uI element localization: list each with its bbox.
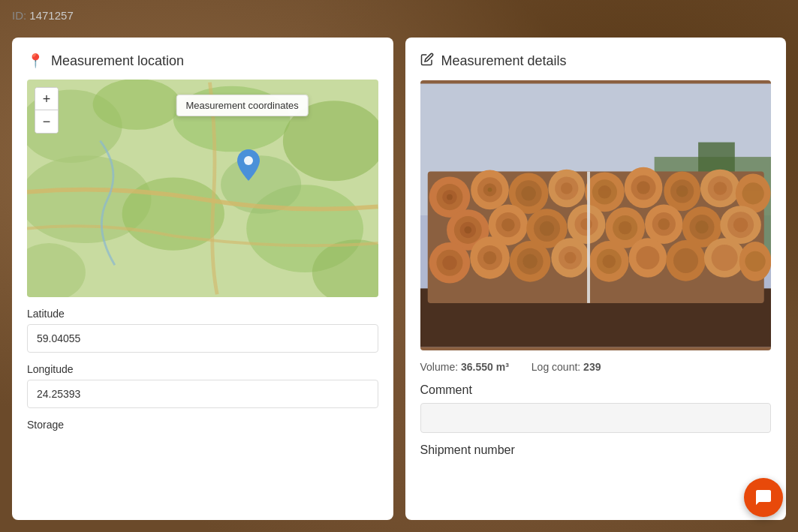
right-panel: Measurement details: [405, 38, 787, 520]
page-id: ID: 1471257: [12, 9, 74, 22]
svg-point-91: [711, 245, 737, 271]
map-pin: [237, 149, 260, 184]
svg-point-85: [602, 255, 616, 269]
edit-icon: [420, 53, 434, 70]
svg-point-52: [501, 218, 515, 232]
svg-point-34: [598, 185, 611, 199]
chat-button[interactable]: [744, 478, 783, 517]
svg-point-2: [93, 80, 181, 130]
svg-point-45: [742, 182, 763, 204]
log-count-stat: Log count: 239: [531, 361, 601, 373]
svg-point-31: [561, 182, 573, 194]
svg-point-21: [447, 194, 453, 200]
svg-point-73: [442, 256, 456, 270]
zoom-out-button[interactable]: −: [35, 110, 58, 133]
svg-point-11: [244, 156, 253, 165]
comment-section: Comment: [420, 383, 772, 433]
map-tooltip: Measurement coordinates: [176, 95, 308, 116]
svg-point-43: [713, 182, 727, 195]
zoom-in-button[interactable]: +: [35, 88, 58, 110]
storage-label: Storage: [27, 419, 378, 431]
location-icon: 📍: [27, 53, 44, 69]
svg-point-28: [521, 186, 535, 200]
comment-label: Comment: [420, 383, 772, 397]
shipment-label: Shipment number: [420, 443, 772, 457]
map-container[interactable]: + − Measurement coordinates: [27, 80, 378, 297]
latitude-label: Latitude: [27, 308, 378, 320]
svg-point-58: [580, 218, 592, 230]
svg-point-76: [483, 251, 496, 265]
left-panel-header: 📍 Measurement location: [27, 53, 378, 69]
svg-point-49: [464, 227, 471, 234]
svg-point-67: [695, 221, 709, 234]
longitude-input[interactable]: [27, 380, 378, 408]
log-image-container: [420, 80, 772, 350]
comment-input[interactable]: [420, 403, 772, 433]
svg-point-89: [673, 248, 697, 273]
svg-point-25: [487, 188, 492, 192]
svg-point-93: [745, 251, 765, 272]
latitude-group: Latitude: [27, 308, 378, 353]
svg-point-40: [676, 185, 688, 197]
left-panel: 📍 Measurement location: [12, 38, 393, 520]
right-panel-header: Measurement details: [420, 53, 772, 70]
svg-rect-94: [587, 172, 590, 303]
svg-point-70: [733, 218, 747, 232]
latitude-input[interactable]: [27, 324, 378, 353]
svg-point-37: [637, 181, 650, 194]
right-panel-title: Measurement details: [441, 53, 567, 69]
longitude-group: Longitude: [27, 363, 378, 408]
svg-point-55: [539, 221, 553, 236]
svg-point-61: [618, 221, 631, 235]
log-image-svg: [420, 80, 772, 350]
svg-point-82: [564, 252, 576, 264]
map-zoom-controls: + −: [35, 87, 59, 134]
stats-row: Volume: 36.550 m³ Log count: 239: [420, 361, 772, 373]
longitude-label: Longitude: [27, 363, 378, 375]
left-panel-title: Measurement location: [51, 53, 184, 69]
svg-point-64: [658, 218, 670, 230]
volume-stat: Volume: 36.550 m³: [420, 361, 509, 373]
svg-point-79: [522, 254, 537, 269]
svg-point-87: [636, 246, 659, 269]
storage-group: Storage: [27, 419, 378, 435]
panels-container: 📍 Measurement location: [0, 0, 798, 532]
